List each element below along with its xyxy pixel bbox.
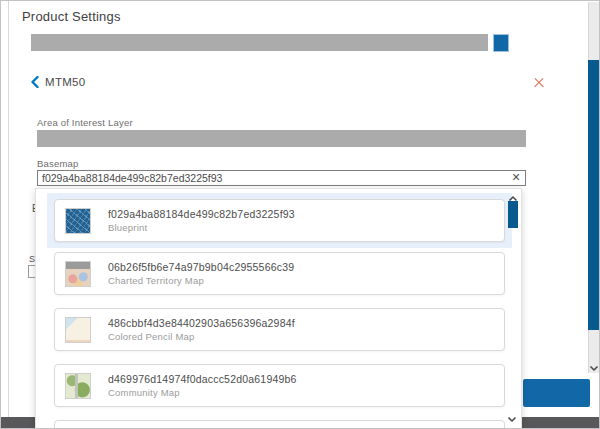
basemap-option-texts: f029a4ba88184de499c82b7ed3225f93 Bluepri…	[108, 208, 295, 233]
basemap-dropdown: f029a4ba88184de499c82b7ed3225f93 Bluepri…	[35, 188, 522, 429]
basemap-thumbnail	[65, 317, 91, 343]
basemap-option-texts: 486cbbf4d3e84402903a656396a2984f Colored…	[108, 317, 295, 342]
basemap-option[interactable]: d469976d14974f0daccc52d0a61949b6 Communi…	[54, 364, 505, 407]
basemap-option-texts: d469976d14974f0daccc52d0a61949b6 Communi…	[108, 373, 297, 398]
close-icon[interactable]	[533, 77, 545, 89]
basemap-option-id: d469976d14974f0daccc52d0a61949b6	[108, 373, 297, 385]
basemap-option-name: Charted Territory Map	[108, 275, 294, 286]
selected-option-highlight: f029a4ba88184de499c82b7ed3225f93 Bluepri…	[47, 193, 512, 248]
basemap-option[interactable]: f029a4ba88184de499c82b7ed3225f93 Bluepri…	[54, 199, 505, 242]
dropdown-scroll-thumb[interactable]	[508, 201, 518, 228]
clear-input-icon[interactable]: ×	[509, 169, 523, 185]
dropdown-scrollbar[interactable]	[506, 189, 520, 429]
basemap-thumbnail	[65, 208, 91, 234]
dialog-left-border	[8, 1, 9, 417]
basemap-thumbnail	[65, 261, 91, 287]
basemap-option[interactable]	[54, 420, 505, 429]
basemap-option-name: Community Map	[108, 387, 297, 398]
scroll-down-icon[interactable]	[507, 410, 517, 420]
basemap-option-list: f029a4ba88184de499c82b7ed3225f93 Bluepri…	[36, 189, 521, 429]
basemap-option-id: f029a4ba88184de499c82b7ed3225f93	[108, 208, 295, 220]
basemap-option[interactable]: 486cbbf4d3e84402903a656396a2984f Colored…	[54, 308, 505, 351]
product-settings-window: Product Settings MTM50 Area of Interest …	[0, 0, 600, 429]
progress-bar	[31, 34, 488, 51]
back-button[interactable]: MTM50	[31, 75, 85, 89]
window-scroll-down-icon[interactable]	[589, 359, 599, 371]
primary-action-button[interactable]	[523, 379, 590, 407]
basemap-option-id: 06b26f5fb6e74a97b9b04c2955566c39	[108, 261, 294, 273]
basemap-input[interactable]	[37, 170, 526, 186]
area-of-interest-field[interactable]	[37, 130, 526, 147]
basemap-option-texts: 06b26f5fb6e74a97b9b04c2955566c39 Charted…	[108, 261, 294, 286]
basemap-option-id: 486cbbf4d3e84402903a656396a2984f	[108, 317, 295, 329]
basemap-thumbnail	[65, 373, 91, 399]
basemap-label: Basemap	[37, 158, 79, 169]
progress-end-square	[493, 34, 509, 52]
area-of-interest-label: Area of Interest Layer	[37, 117, 133, 128]
basemap-option-name: Blueprint	[108, 222, 295, 233]
page-title: Product Settings	[22, 9, 121, 24]
back-chevron-icon	[31, 76, 39, 88]
scroll-up-icon[interactable]	[508, 190, 518, 200]
window-scrollbar-thumb[interactable]	[588, 60, 600, 330]
basemap-option-name: Colored Pencil Map	[108, 331, 295, 342]
back-label: MTM50	[45, 76, 85, 88]
basemap-option[interactable]: 06b26f5fb6e74a97b9b04c2955566c39 Charted…	[54, 252, 505, 295]
